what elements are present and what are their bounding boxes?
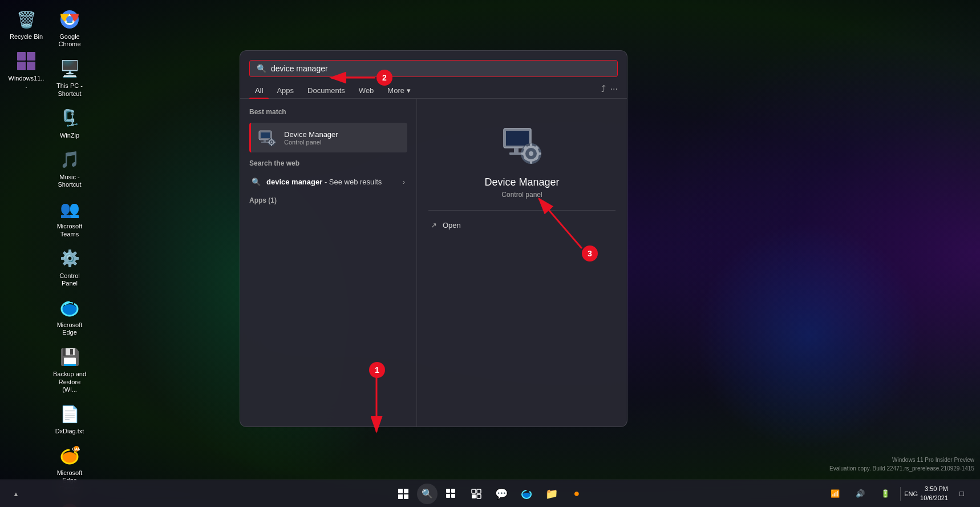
edge-icon bbox=[58, 296, 81, 319]
open-icon: ↗ bbox=[431, 221, 437, 230]
svg-rect-23 bbox=[274, 142, 276, 143]
teams-label: MicrosoftTeams bbox=[57, 223, 83, 238]
desktop-icon-col-1: 🗑️ Recycle Bin Windows11... bbox=[6, 6, 47, 507]
more-options-icon[interactable]: ··· bbox=[610, 84, 618, 94]
svg-rect-45 bbox=[398, 494, 403, 499]
watermark-line1: Windows 11 Pro Insider Preview bbox=[829, 456, 974, 464]
desktop-icon-col-2: Google Chrome 🖥️ This PC -Shortcut 🗜️ Wi… bbox=[49, 6, 90, 507]
thispc-label: This PC -Shortcut bbox=[56, 82, 83, 97]
svg-rect-43 bbox=[398, 489, 403, 493]
control-label: ControlPanel bbox=[59, 272, 79, 287]
svg-rect-46 bbox=[404, 494, 408, 499]
best-match-info: Device Manager Control panel bbox=[284, 130, 338, 146]
web-search-icon: 🔍 bbox=[252, 178, 261, 186]
svg-rect-20 bbox=[271, 138, 272, 140]
results-left: Best match bbox=[240, 99, 417, 426]
svg-rect-22 bbox=[268, 142, 269, 143]
notification-button[interactable]: □ bbox=[950, 482, 973, 505]
desktop-icon-recycle-bin[interactable]: 🗑️ Recycle Bin bbox=[6, 6, 47, 43]
svg-rect-14 bbox=[261, 132, 270, 138]
web-search-item[interactable]: 🔍 device manager - See web results › bbox=[249, 174, 407, 190]
svg-rect-52 bbox=[477, 489, 481, 493]
tab-apps[interactable]: Apps bbox=[271, 83, 299, 98]
svg-rect-32 bbox=[530, 160, 532, 164]
network-icon[interactable]: 📶 bbox=[824, 482, 847, 505]
detail-name: Device Manager bbox=[484, 176, 559, 188]
search-bar[interactable]: 🔍 device manager bbox=[249, 60, 618, 77]
battery-icon[interactable]: 🔋 bbox=[874, 482, 897, 505]
svg-rect-0 bbox=[17, 52, 26, 61]
backup-icon: 💾 bbox=[58, 345, 81, 368]
edge-label: MicrosoftEdge bbox=[57, 321, 83, 336]
edge-canary-icon: CAN bbox=[58, 444, 81, 467]
taskview-button[interactable] bbox=[440, 482, 463, 505]
taskbar-time[interactable]: 3:50 PM 10/6/2021 bbox=[920, 485, 948, 502]
apps-section-title: Apps (1) bbox=[249, 196, 407, 204]
windows-logo bbox=[398, 489, 408, 499]
bg-glow-blue bbox=[695, 222, 923, 450]
taskbar-search-button[interactable]: 🔍 bbox=[417, 484, 438, 504]
desktop-icon-winzip[interactable]: 🗜️ WinZip bbox=[49, 104, 90, 142]
results-right: Device Manager Control panel ↗ Open bbox=[417, 99, 627, 426]
svg-rect-15 bbox=[264, 140, 266, 142]
widgets-button[interactable] bbox=[465, 482, 488, 505]
tab-documents[interactable]: Documents bbox=[302, 83, 351, 98]
store-button[interactable]: ● bbox=[565, 482, 588, 505]
chat-button[interactable]: 💬 bbox=[490, 482, 513, 505]
watermark-line2: Evaluation copy. Build 22471.rs_prerelea… bbox=[829, 464, 974, 473]
taskbar-right: 📶 🔊 🔋 ENG 3:50 PM 10/6/2021 □ bbox=[824, 482, 980, 505]
desktop-icon-control[interactable]: ⚙️ ControlPanel bbox=[49, 245, 90, 289]
taskbar-center: 🔍 bbox=[392, 482, 588, 505]
annotation-badge-3: 3 bbox=[582, 246, 598, 261]
web-search-text: device manager - See web results bbox=[266, 178, 397, 186]
language-indicator[interactable]: ENG bbox=[904, 490, 918, 497]
web-search-arrow: › bbox=[403, 178, 405, 186]
best-match-icon bbox=[257, 127, 277, 148]
svg-rect-48 bbox=[451, 489, 455, 493]
svg-rect-21 bbox=[271, 144, 272, 146]
svg-rect-53 bbox=[472, 494, 476, 498]
web-search-title: Search the web bbox=[249, 159, 407, 167]
detail-icon bbox=[499, 122, 545, 167]
share-icon[interactable]: ⤴ bbox=[601, 84, 606, 94]
date-display: 10/6/2021 bbox=[920, 494, 948, 502]
win-watermark: Windows 11 Pro Insider Preview Evaluatio… bbox=[829, 456, 974, 473]
chrome-label: Google Chrome bbox=[51, 33, 88, 48]
svg-rect-1 bbox=[27, 52, 35, 61]
desktop: 🗑️ Recycle Bin Windows11... bbox=[0, 0, 980, 507]
taskbar: ▲ 🔍 bbox=[0, 480, 980, 507]
svg-rect-54 bbox=[477, 494, 481, 498]
desktop-icon-music[interactable]: 🎵 Music - Shortcut bbox=[49, 146, 90, 191]
detail-action-open[interactable]: ↗ Open bbox=[428, 218, 615, 233]
best-match-name: Device Manager bbox=[284, 130, 338, 139]
svg-rect-49 bbox=[446, 494, 450, 498]
svg-rect-3 bbox=[27, 62, 35, 70]
svg-point-30 bbox=[529, 151, 533, 156]
best-match-item[interactable]: Device Manager Control panel bbox=[249, 123, 407, 152]
taskbar-edge-button[interactable] bbox=[515, 482, 538, 505]
detail-divider bbox=[428, 210, 615, 211]
annotation-badge-1: 1 bbox=[369, 362, 385, 378]
desktop-icon-chrome[interactable]: Google Chrome bbox=[49, 6, 90, 50]
taskbar-divider bbox=[900, 487, 901, 501]
taskbar-left: ▲ bbox=[0, 482, 27, 505]
start-button[interactable] bbox=[392, 482, 415, 505]
desktop-icon-windows11[interactable]: Windows11... bbox=[6, 47, 47, 92]
recycle-bin-label: Recycle Bin bbox=[10, 33, 43, 41]
chrome-icon bbox=[58, 8, 81, 31]
desktop-icon-backup[interactable]: 💾 Backup andRestore (Wi... bbox=[49, 343, 90, 396]
desktop-icon-teams[interactable]: 👥 MicrosoftTeams bbox=[49, 195, 90, 240]
desktop-icons-grid: 🗑️ Recycle Bin Windows11... bbox=[6, 6, 90, 507]
windows11-icon bbox=[15, 50, 38, 73]
desktop-icon-edge[interactable]: MicrosoftEdge bbox=[49, 294, 90, 339]
file-explorer-button[interactable]: 📁 bbox=[540, 482, 563, 505]
svg-rect-31 bbox=[530, 143, 532, 147]
best-match-title: Best match bbox=[249, 108, 407, 116]
desktop-icon-dxdiag[interactable]: 📄 DxDiag.txt bbox=[49, 400, 90, 437]
volume-icon[interactable]: 🔊 bbox=[849, 482, 872, 505]
tab-web[interactable]: Web bbox=[353, 83, 380, 98]
taskbar-left-icon[interactable]: ▲ bbox=[5, 482, 27, 505]
desktop-icon-thispc[interactable]: 🖥️ This PC -Shortcut bbox=[49, 55, 90, 99]
search-input[interactable]: device manager bbox=[271, 64, 610, 73]
tab-all[interactable]: All bbox=[249, 83, 269, 98]
